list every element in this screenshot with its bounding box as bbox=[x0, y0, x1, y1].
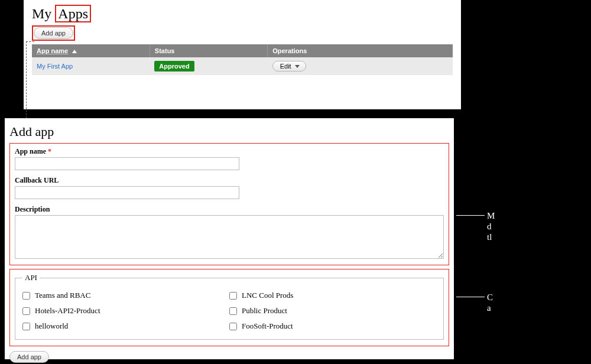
form-fields-highlight: App name * Callback URL Description bbox=[9, 143, 449, 265]
annotation-line: d bbox=[487, 221, 495, 232]
title-highlight: Apps bbox=[55, 5, 91, 22]
submit-row: Add app bbox=[9, 351, 449, 363]
api-item[interactable]: helloworld bbox=[22, 321, 229, 331]
api-checkbox[interactable] bbox=[22, 307, 30, 315]
add-app-title: Add app bbox=[9, 124, 449, 139]
app-name-link[interactable]: My First App bbox=[37, 63, 73, 70]
table-header-row: App name Status Operations bbox=[32, 44, 453, 57]
add-app-panel: Add app App name * Callback URL Descript… bbox=[5, 118, 454, 359]
api-checkbox[interactable] bbox=[22, 323, 30, 330]
apps-table: App name Status Operations My First App … bbox=[32, 44, 453, 75]
col-app-name-label: App name bbox=[37, 47, 68, 54]
edit-button[interactable]: Edit bbox=[272, 61, 306, 72]
api-item-label: LNC Cool Prods bbox=[242, 291, 293, 300]
annotation-text-1: M d tl bbox=[487, 210, 495, 242]
annotation-line: M bbox=[487, 210, 495, 221]
col-operations: Operations bbox=[268, 44, 453, 57]
annotation-leader-2 bbox=[456, 297, 485, 297]
my-apps-panel: My Apps Add app App name Status Operatio… bbox=[24, 0, 461, 109]
api-columns: Teams and RBAC Hotels-API2-Product hello… bbox=[22, 291, 436, 331]
col-app-name[interactable]: App name bbox=[32, 44, 150, 57]
app-name-input[interactable] bbox=[15, 157, 239, 170]
api-item[interactable]: Teams and RBAC bbox=[22, 291, 229, 300]
api-col-left: Teams and RBAC Hotels-API2-Product hello… bbox=[22, 291, 229, 331]
add-app-button[interactable]: Add app bbox=[34, 27, 73, 39]
submit-add-app-button[interactable]: Add app bbox=[9, 351, 49, 363]
api-checkbox[interactable] bbox=[229, 292, 237, 300]
status-badge: Approved bbox=[154, 61, 194, 72]
callout-dash-vertical bbox=[26, 41, 27, 124]
annotation-text-2: C a bbox=[487, 292, 493, 313]
api-legend: API bbox=[22, 273, 40, 282]
api-item-label: FooSoft-Product bbox=[242, 321, 293, 331]
api-item-label: helloworld bbox=[35, 321, 68, 331]
title-prefix: My bbox=[32, 6, 55, 21]
annotation-leader-1 bbox=[456, 215, 485, 216]
api-fieldset: API Teams and RBAC Hotels-API2-Product h… bbox=[15, 273, 444, 340]
callback-url-label: Callback URL bbox=[15, 176, 444, 185]
api-checkbox[interactable] bbox=[22, 292, 30, 300]
api-section-highlight: API Teams and RBAC Hotels-API2-Product h… bbox=[9, 269, 449, 346]
api-item[interactable]: FooSoft-Product bbox=[229, 321, 436, 331]
api-checkbox[interactable] bbox=[229, 323, 237, 330]
description-textarea[interactable] bbox=[15, 215, 444, 259]
callout-dash-horizontal bbox=[26, 41, 34, 42]
col-status: Status bbox=[150, 44, 267, 57]
api-item[interactable]: LNC Cool Prods bbox=[229, 291, 436, 300]
api-item[interactable]: Public Product bbox=[229, 306, 436, 316]
api-item-label: Teams and RBAC bbox=[35, 291, 90, 300]
callback-url-input[interactable] bbox=[15, 186, 239, 199]
app-name-label: App name * bbox=[15, 147, 444, 156]
edit-button-label: Edit bbox=[280, 63, 291, 70]
page-title: My Apps bbox=[32, 6, 453, 22]
annotation-line: C bbox=[487, 292, 493, 303]
app-name-label-text: App name bbox=[15, 147, 46, 155]
api-item[interactable]: Hotels-API2-Product bbox=[22, 306, 229, 316]
api-checkbox[interactable] bbox=[229, 307, 237, 315]
required-asterisk: * bbox=[48, 147, 51, 155]
table-row: My First App Approved Edit bbox=[32, 57, 453, 75]
api-col-right: LNC Cool Prods Public Product FooSoft-Pr… bbox=[229, 291, 436, 331]
annotation-line: tl bbox=[487, 232, 495, 242]
description-label: Description bbox=[15, 205, 444, 214]
annotation-line: a bbox=[487, 303, 493, 313]
api-item-label: Hotels-API2-Product bbox=[35, 306, 100, 316]
add-app-highlight-box: Add app bbox=[32, 25, 75, 41]
chevron-down-icon bbox=[295, 65, 300, 68]
sort-asc-icon bbox=[72, 50, 77, 53]
api-item-label: Public Product bbox=[242, 306, 287, 316]
